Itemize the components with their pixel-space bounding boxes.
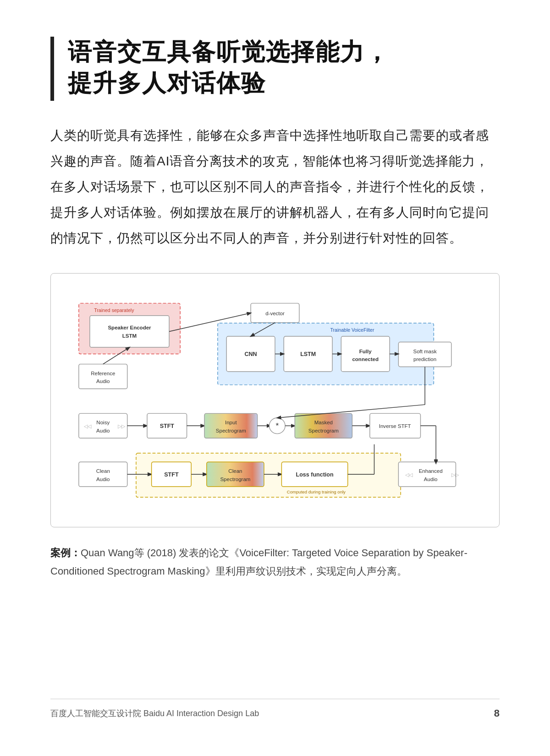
- svg-text:Clean: Clean: [228, 468, 242, 474]
- footer-left: 百度人工智能交互设计院 Baidu AI Interaction Design …: [50, 708, 259, 719]
- caption-text: Quan Wang等 (2018) 发表的论文《VoiceFilter: Tar…: [50, 547, 468, 577]
- caption: 案例：Quan Wang等 (2018) 发表的论文《VoiceFilter: …: [50, 544, 500, 580]
- svg-text:Audio: Audio: [96, 378, 110, 384]
- svg-text:CNN: CNN: [245, 351, 257, 357]
- svg-rect-37: [204, 413, 257, 438]
- page-title: 语音交互具备听觉选择能力， 提升多人对话体验: [68, 37, 390, 99]
- svg-rect-44: [295, 413, 352, 438]
- svg-rect-62: [207, 462, 264, 487]
- svg-text:Audio: Audio: [424, 477, 438, 482]
- svg-text:STFT: STFT: [160, 423, 175, 429]
- svg-text:STFT: STFT: [164, 471, 179, 478]
- diagram-svg: Trained separately Speaker Encoder LSTM …: [66, 290, 484, 510]
- svg-text:Clean: Clean: [96, 468, 110, 474]
- svg-text:▷▷: ▷▷: [118, 423, 126, 429]
- svg-text:Spectrogram: Spectrogram: [216, 428, 246, 433]
- title-bar: [50, 37, 54, 101]
- svg-text:*: *: [275, 421, 279, 430]
- svg-rect-2: [90, 316, 169, 347]
- page-number: 8: [494, 707, 500, 719]
- svg-text:Reference: Reference: [91, 371, 115, 376]
- body-text: 人类的听觉具有选择性，能够在众多声音中选择性地听取自己需要的或者感兴趣的声音。随…: [50, 123, 500, 251]
- title-section: 语音交互具备听觉选择能力， 提升多人对话体验: [50, 37, 500, 101]
- caption-label: 案例：: [50, 547, 81, 559]
- svg-text:Trained separately: Trained separately: [94, 307, 134, 313]
- svg-text:Soft mask: Soft mask: [413, 349, 437, 354]
- svg-text:Masked: Masked: [314, 420, 333, 425]
- svg-text:◁◁: ◁◁: [405, 472, 413, 477]
- svg-text:▷▷: ▷▷: [451, 472, 459, 477]
- svg-text:Loss function: Loss function: [296, 471, 334, 478]
- svg-text:Audio: Audio: [96, 428, 110, 433]
- svg-text:Enhanced: Enhanced: [419, 468, 443, 474]
- svg-text:Input: Input: [225, 420, 237, 425]
- svg-text:Spectrogram: Spectrogram: [220, 477, 250, 482]
- diagram-container: Trained separately Speaker Encoder LSTM …: [50, 273, 500, 527]
- svg-text:Trainable VoiceFilter: Trainable VoiceFilter: [330, 327, 374, 333]
- svg-text:connected: connected: [352, 356, 379, 362]
- svg-text:Noisy: Noisy: [96, 420, 110, 425]
- svg-text:Fully: Fully: [359, 349, 372, 354]
- svg-text:Speaker Encoder: Speaker Encoder: [108, 325, 151, 330]
- svg-text:Computed during training only: Computed during training only: [287, 489, 346, 494]
- svg-text:Audio: Audio: [96, 477, 110, 482]
- svg-text:Inverse STFT: Inverse STFT: [379, 423, 411, 429]
- svg-text:Spectrogram: Spectrogram: [308, 428, 339, 433]
- svg-rect-24: [79, 364, 127, 389]
- svg-text:prediction: prediction: [413, 356, 436, 362]
- svg-text:LSTM: LSTM: [122, 333, 137, 339]
- svg-rect-55: [79, 462, 127, 487]
- svg-text:LSTM: LSTM: [300, 351, 316, 357]
- svg-rect-17: [398, 342, 451, 367]
- svg-text:d-vector: d-vector: [265, 311, 285, 316]
- svg-text:◁◁: ◁◁: [84, 423, 92, 429]
- footer: 百度人工智能交互设计院 Baidu AI Interaction Design …: [50, 699, 500, 719]
